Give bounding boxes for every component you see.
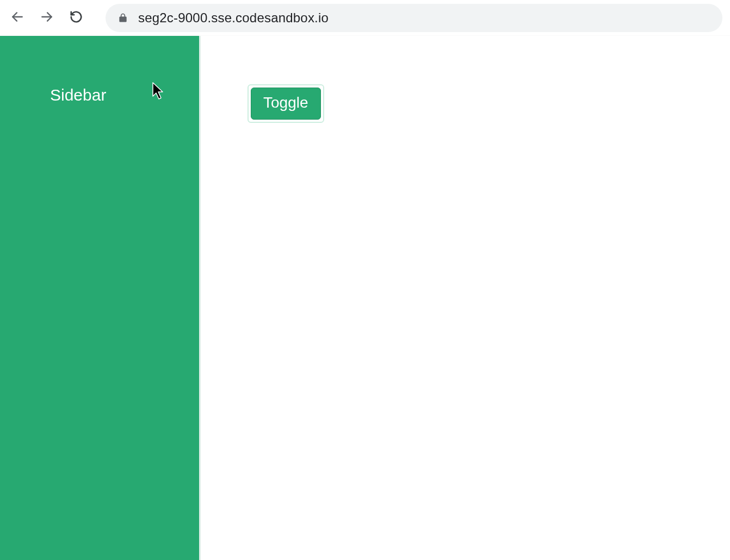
reload-icon bbox=[69, 10, 83, 26]
lock-icon bbox=[117, 13, 128, 23]
url-text: seg2c-9000.sse.codesandbox.io bbox=[138, 10, 329, 26]
browser-back-button[interactable] bbox=[8, 8, 27, 28]
main-content: Toggle bbox=[201, 36, 730, 560]
sidebar: Sidebar bbox=[0, 36, 201, 560]
app-viewport: Sidebar Toggle bbox=[0, 36, 730, 560]
toggle-button-focus-ring: Toggle bbox=[248, 84, 324, 123]
browser-reload-button[interactable] bbox=[66, 8, 86, 28]
browser-chrome: seg2c-9000.sse.codesandbox.io bbox=[0, 0, 730, 36]
address-bar[interactable]: seg2c-9000.sse.codesandbox.io bbox=[106, 4, 722, 32]
toggle-button[interactable]: Toggle bbox=[251, 88, 321, 120]
browser-forward-button[interactable] bbox=[37, 8, 57, 28]
arrow-right-icon bbox=[40, 10, 54, 26]
arrow-left-icon bbox=[10, 10, 24, 26]
sidebar-title: Sidebar bbox=[50, 86, 106, 104]
